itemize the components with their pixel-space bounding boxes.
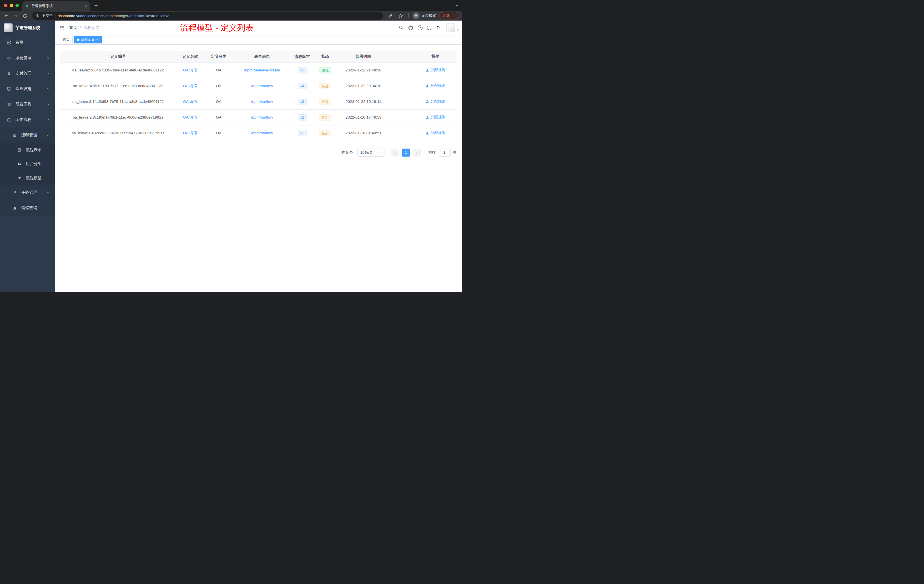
filler-cell [390,78,414,94]
table-row: oa_leave:5:004b710b-7b8a-11ec-8ef0-acde4… [60,62,457,78]
sidebar-item-user-group[interactable]: 用户分组 [0,157,55,171]
prev-page-button[interactable]: ‹ [391,148,399,157]
sidebar-item-dev-tools[interactable]: ⚒ 研发工具 [0,97,55,112]
page-url[interactable]: dashboard.yudao.iocoder.cn/bpm/manager/d… [58,14,170,18]
filler-cell [390,109,414,125]
current-page-button[interactable]: 1 [402,148,410,157]
user-menu[interactable] [446,23,459,32]
definition-category: OA [204,109,233,125]
definition-table: 定义编号 定义名称 定义分类 表单信息 流程版本 状态 部署时间 操作 oa_l… [60,51,457,141]
filler-cell [390,94,414,109]
list-icon [12,133,17,137]
main-area: 首页 / 流程定义 流程模型 - 定义列表 ? TT [55,21,462,292]
form-link[interactable]: /bpm/oa/flow [251,84,273,88]
column-header: 操作 [414,51,457,62]
font-size-icon[interactable]: TT [435,24,442,31]
sidebar-item-label: 用户分组 [26,162,55,167]
sidebar-item-process-model[interactable]: 流程模型 [0,171,55,185]
user-icon [426,115,429,119]
form-link[interactable]: /bpm/oa/leave/create [244,68,280,72]
process-management-submenu: 流程表单 用户分组 流程模型 [0,143,55,185]
github-icon[interactable] [407,24,414,31]
assign-rule-link[interactable]: 分配规则 [426,130,445,135]
breadcrumb: 首页 / 流程定义 [69,25,99,30]
back-icon[interactable] [3,12,10,20]
version-badge: v2 [298,114,307,120]
sidebar-item-process-form[interactable]: 流程表单 [0,143,55,157]
status-badge: 挂起 [319,130,331,136]
table-row: oa_leave:1:482ec033-762a-11ec-8477-a2380… [60,125,457,141]
update-button[interactable]: 更新 ⋮ [439,12,459,20]
sidebar-item-infrastructure[interactable]: 基础设施 [0,81,55,97]
next-page-button[interactable]: › [413,148,421,157]
address-bar[interactable]: 不安全 dashboard.yudao.iocoder.cn/bpm/manag… [32,12,383,20]
deploy-time: 2022-01-16 01:40:51 [337,125,390,141]
navbar-actions: ? TT [398,23,462,32]
sidebar-item-home[interactable]: 首页 [0,35,55,50]
column-header: 状态 [314,51,337,62]
breadcrumb-home[interactable]: 首页 [69,25,77,30]
definition-name-link[interactable]: OA 请假 [183,68,198,72]
assign-rule-link[interactable]: 分配规则 [426,68,445,73]
avatar[interactable] [446,23,455,32]
active-dot [77,39,79,41]
search-icon[interactable] [398,24,405,31]
sidebar-item-workflow[interactable]: 工作流程 [0,112,55,127]
definition-name-link[interactable]: OA 请假 [183,99,198,104]
sidebar-item-task-management[interactable]: 任务管理 [0,185,55,200]
tag-close-icon[interactable]: × [97,38,99,42]
sidebar-item-system[interactable]: ⚙ 系统管理 [0,50,55,66]
assign-rule-link[interactable]: 分配规则 [426,99,445,104]
browser-tab[interactable]: 芋道管理系统 × [22,1,90,11]
assign-rule-link[interactable]: 分配规则 [426,115,445,120]
version-badge: v5 [298,67,307,73]
user-group-icon [16,162,22,166]
page-title-annotation: 流程模型 - 定义列表 [180,22,254,34]
help-icon[interactable]: ? [416,24,424,31]
chevron-up-icon [47,118,50,121]
tab-close-icon[interactable]: × [84,4,87,8]
form-link[interactable]: /bpm/oa/flow [251,131,273,135]
column-header: 部署时间 [337,51,390,62]
sidebar-logo[interactable]: 芋道管理系统 [0,21,55,35]
sidebar-item-payment[interactable]: ¥ 支付管理 [0,66,55,81]
goto-label: 前往 [428,150,436,155]
window-zoom-button[interactable] [15,4,19,7]
sidebar-item-leave-query[interactable]: 请假查询 [0,200,55,216]
sidebar-item-label: 流程表单 [26,147,55,153]
fullscreen-icon[interactable] [426,24,433,31]
reload-icon[interactable] [21,12,28,20]
password-key-icon[interactable] [386,12,394,20]
tab-strip: 芋道管理系统 × + [0,0,462,11]
definition-id: oa_leave:4:991f2193-7b7f-11ec-a3c8-acde4… [60,78,176,94]
forward-icon[interactable] [12,12,20,20]
deploy-time: 2022-01-16 17:46:53 [337,109,390,125]
new-tab-button[interactable]: + [92,2,100,10]
assign-rule-link[interactable]: 分配规则 [426,83,445,88]
app-window: 芋道管理系统 首页 ⚙ 系统管理 ¥ 支付管理 基础设施 ⚒ [0,21,462,292]
form-link[interactable]: /bpm/oa/flow [251,99,273,104]
chevron-down-icon [47,103,50,106]
sidebar-item-process-management[interactable]: 流程管理 [0,127,55,143]
user-icon [426,131,429,135]
tab-search-icon[interactable] [455,4,459,7]
bookmark-star-icon[interactable] [397,12,404,20]
tag-home[interactable]: 首页 [60,36,73,43]
page-goto-input[interactable] [438,148,450,157]
yen-icon: ¥ [6,71,12,76]
column-header: 流程版本 [291,51,314,62]
tab-favicon-icon [25,4,29,8]
sidebar-fold-icon[interactable] [55,25,69,31]
browser-menu-icon[interactable]: ⋮ [452,13,456,18]
page-size-select[interactable]: 10条/页 [357,148,385,157]
tag-process-definition[interactable]: 流程定义 × [74,36,102,43]
definition-name-link[interactable]: OA 请假 [183,84,198,88]
pagination: 共 5 条 10条/页 ‹ 1 › 前往 页 [60,148,457,157]
form-link[interactable]: /bpm/oa/flow [251,115,273,119]
chevron-down-icon [47,72,50,75]
definition-name-link[interactable]: OA 请假 [183,131,198,135]
window-close-button[interactable] [4,4,7,7]
window-minimize-button[interactable] [10,4,13,7]
definition-name-link[interactable]: OA 请假 [183,115,198,119]
security-label[interactable]: 不安全 [42,13,53,18]
